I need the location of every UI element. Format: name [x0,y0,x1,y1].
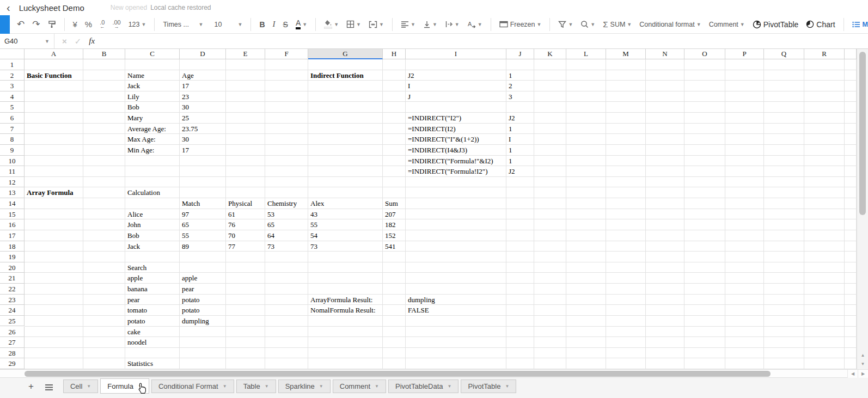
grid-cell-C15[interactable]: Alice [125,209,180,220]
grid-cell-E15[interactable]: 61 [226,209,265,220]
column-header-M[interactable]: M [606,49,646,59]
strikethrough-button[interactable]: S [279,17,292,32]
borders-button[interactable]: ▼ [343,17,365,32]
format-painter-button[interactable] [44,17,60,32]
grid-cell-D22[interactable]: pear [180,284,226,295]
pivot-table-button[interactable]: PivotTable [749,17,803,32]
grid-cell-C4[interactable]: Lily [125,91,180,102]
row-header-20[interactable]: 20 [0,262,25,273]
grid-cell-E16[interactable]: 76 [226,219,265,230]
grid-cell-I4[interactable]: J [406,91,506,102]
grid-cell-D25[interactable]: dumpling [180,316,226,327]
grid-cell-I8[interactable]: =INDIRECT("I"&(1+2)) [406,134,506,145]
chart-button[interactable]: Chart [802,17,839,32]
grid-cell-J10[interactable]: 1 [506,156,534,167]
sheet-menu-button[interactable] [39,379,59,392]
grid-cell-F17[interactable]: 64 [265,230,308,241]
grid-cell-C24[interactable]: tomato [125,305,180,316]
grid-cell-C13[interactable]: Calculation [125,187,180,198]
back-icon[interactable]: ‹ [7,1,10,14]
grid-cell-I11[interactable]: =INDIRECT("Formula!I2") [406,166,506,177]
column-header-E[interactable]: E [226,49,265,59]
grid-cell-F15[interactable]: 53 [265,209,308,220]
grid-cell-D23[interactable]: potato [180,295,226,305]
text-wrap-button[interactable]: ▼ [441,17,463,32]
scroll-up-icon[interactable]: ▲ [857,353,868,358]
grid-cell-D6[interactable]: 25 [180,113,226,124]
scroll-down-icon[interactable]: ▼ [857,362,868,366]
grid-cell-C8[interactable]: Max Age: [125,134,180,145]
row-header-9[interactable]: 9 [0,145,25,156]
column-header-I[interactable]: I [406,49,506,59]
row-header-11[interactable]: 11 [0,166,25,177]
grid-cell-C21[interactable]: apple [125,273,180,284]
row-header-19[interactable]: 19 [0,252,25,262]
grid-cell-D5[interactable]: 30 [180,102,226,113]
column-header-J[interactable]: J [506,49,534,59]
grid-cell-C7[interactable]: Average Age: [125,124,180,134]
fill-color-button[interactable]: ▼ [320,17,343,32]
grid-cell-F16[interactable]: 65 [265,219,308,230]
grid-cell-A2[interactable]: Basic Function [25,70,83,81]
row-header-2[interactable]: 2 [0,70,25,81]
row-header-15[interactable]: 15 [0,209,25,220]
grid-cell-I9[interactable]: =INDIRECT(I4&J3) [406,145,506,156]
grid-cell-D8[interactable]: 30 [180,134,226,145]
row-header-27[interactable]: 27 [0,337,25,348]
grid-cell-F14[interactable]: Chemistry [265,198,308,209]
grid-cell-I2[interactable]: J2 [406,70,506,81]
grid-cell-F18[interactable]: 73 [265,241,308,252]
vertical-align-button[interactable]: ▼ [419,17,441,32]
more-button[interactable]: More... [848,17,868,32]
grid-cell-C17[interactable]: Bob [125,230,180,241]
column-header-Q[interactable]: Q [764,49,804,59]
grid-cell-H14[interactable]: Sum [383,198,406,209]
grid-cell-C2[interactable]: Name [125,70,180,81]
grid-cell-C29[interactable]: Statistics [125,358,180,369]
grid-cell-I24[interactable]: FALSE [406,305,506,316]
row-header-21[interactable]: 21 [0,273,25,284]
row-header-16[interactable]: 16 [0,219,25,230]
row-header-7[interactable]: 7 [0,124,25,134]
grid-cell-J4[interactable]: 3 [506,91,534,102]
grid-cell-I3[interactable]: I [406,81,506,91]
grid-cell-J7[interactable]: 1 [506,124,534,134]
undo-button[interactable]: ↶ [13,17,28,32]
filter-button[interactable]: ▼ [554,17,577,32]
grid-cell-J11[interactable]: J2 [506,166,534,177]
horizontal-align-button[interactable]: ▼ [397,17,419,32]
row-header-17[interactable]: 17 [0,230,25,241]
row-header-24[interactable]: 24 [0,305,25,316]
sheet-tab-sparkline[interactable]: Sparkline ▼ [278,379,331,393]
grid-cell-C26[interactable]: cake [125,327,180,338]
grid-cell-D7[interactable]: 23.75 [180,124,226,134]
grid-cell-J2[interactable]: 1 [506,70,534,81]
sheet-tab-comment[interactable]: Comment ▼ [333,379,386,393]
column-header-partial[interactable] [845,49,857,59]
font-family-select[interactable]: Times ...▼ [159,17,207,32]
row-header-12[interactable]: 12 [0,177,25,188]
grid-cell-D15[interactable]: 97 [180,209,226,220]
percent-format-button[interactable]: % [81,17,96,32]
grid-cell-G15[interactable]: 43 [308,209,383,220]
grid-cell-C16[interactable]: John [125,219,180,230]
column-header-K[interactable]: K [534,49,566,59]
scroll-right-icon[interactable]: ▶ [858,370,868,378]
row-header-18[interactable]: 18 [0,241,25,252]
add-sheet-button[interactable]: + [23,379,39,394]
row-header-25[interactable]: 25 [0,316,25,327]
grid-cell-C27[interactable]: noodel [125,337,180,348]
column-header-F[interactable]: F [265,49,308,59]
sheet-tab-table[interactable]: Table ▼ [236,379,276,393]
scroll-left-icon[interactable]: ◀ [847,370,858,378]
grid-cell-D14[interactable]: Match [180,198,226,209]
sheet-tab-cell[interactable]: Cell ▼ [63,379,98,393]
grid-cell-H16[interactable]: 182 [383,219,406,230]
grid-cell-D21[interactable]: apple [180,273,226,284]
grid-cell-C5[interactable]: Bob [125,102,180,113]
row-header-26[interactable]: 26 [0,327,25,338]
column-header-H[interactable]: H [383,49,406,59]
grid-cell-H18[interactable]: 541 [383,241,406,252]
grid-cell-C9[interactable]: Min Age: [125,145,180,156]
sheet-tab-pivottable[interactable]: PivotTable ▼ [461,379,516,393]
